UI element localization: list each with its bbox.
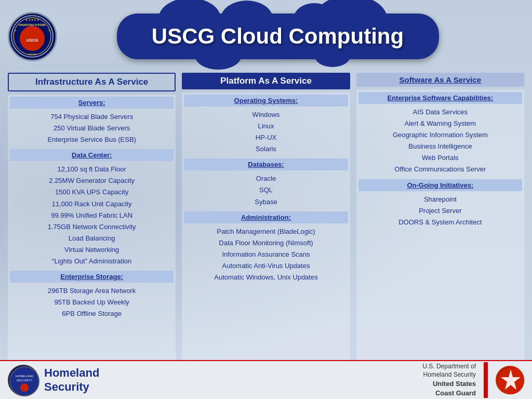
infrastructure-body: Servers: 754 Physical Blade Servers 250 …	[8, 95, 176, 374]
platform-header: Platform As A Service	[182, 73, 350, 89]
infrastructure-column: Infrastructure As A Service Servers: 754…	[8, 73, 176, 374]
svg-text:CENTER: CENTER	[28, 53, 37, 56]
datacenter-header: Data Center:	[10, 149, 174, 161]
os-header: Operating Systems:	[184, 95, 348, 107]
enterprise-header: Enterprise Software Capabilities:	[358, 92, 522, 104]
footer-right: U.S. Department of Homeland Security Uni…	[422, 362, 524, 398]
svg-point-12	[20, 383, 29, 392]
initiatives-header: On-Going Initiatives:	[358, 179, 522, 191]
datacenter-list: 12,100 sq ft Data Floor 2.25MW Generator…	[10, 164, 174, 267]
admin-list: Patch Management (BladeLogic) Data Floor…	[184, 226, 348, 283]
page-wrapper: ★ ★ ★ ★ ★ ★ ★ USCG OPERATIONS SYSTEMS CE…	[0, 0, 532, 399]
cloud-title-area: USCG Cloud Computing	[31, 14, 524, 59]
homeland-security-logo: HOMELAND SECURITY	[8, 365, 39, 396]
header: ★ ★ ★ ★ ★ ★ ★ USCG OPERATIONS SYSTEMS CE…	[0, 0, 532, 70]
homeland-line1: Homeland	[44, 366, 99, 380]
main-content: Infrastructure As A Service Servers: 754…	[0, 70, 532, 377]
servers-header: Servers:	[10, 97, 174, 109]
dept-text: U.S. Department of Homeland Security Uni…	[422, 362, 476, 398]
storage-list: 296TB Storage Area Network 95TB Backed U…	[10, 285, 174, 320]
os-list: Windows Linux HP-UX Solaris	[184, 109, 348, 155]
uscg-logo: ★ ★ ★ ★ ★ ★ ★ USCG OPERATIONS SYSTEMS CE…	[8, 12, 57, 61]
coast-guard-emblem	[496, 366, 524, 394]
svg-text:HOMELAND: HOMELAND	[16, 375, 34, 378]
svg-text:★: ★	[15, 29, 17, 32]
dept-line2: Homeland Security	[422, 370, 476, 379]
db-header: Databases:	[184, 158, 348, 170]
cloud-shape: USCG Cloud Computing	[117, 14, 439, 59]
red-divider	[484, 362, 488, 398]
dept-line1: U.S. Department of	[422, 362, 476, 371]
servers-list: 754 Physical Blade Servers 250 Virtual B…	[10, 111, 174, 145]
software-body: Enterprise Software Capabilities: AIS Da…	[356, 90, 524, 374]
storage-header: Enterprise Storage:	[10, 271, 174, 283]
enterprise-list: AIS Data Services Alert & Warning System…	[358, 107, 522, 176]
homeland-line2: Security	[44, 380, 99, 394]
footer-left: HOMELAND SECURITY Homeland Security	[8, 365, 99, 396]
svg-text:★: ★	[48, 29, 50, 32]
infrastructure-header: Infrastructure As A Service	[8, 73, 176, 91]
db-list: Oracle SQL Sybase	[184, 173, 348, 207]
software-header: Software As A Service	[356, 73, 524, 87]
homeland-text: Homeland Security	[44, 366, 99, 394]
platform-column: Platform As A Service Operating Systems:…	[182, 73, 350, 374]
svg-text:★ ★ ★ ★ ★: ★ ★ ★ ★ ★	[25, 18, 39, 21]
software-column: Software As A Service Enterprise Softwar…	[356, 73, 524, 374]
initiatives-list: Sharepoint Project Server DOORS & System…	[358, 194, 522, 228]
svg-text:SECURITY: SECURITY	[17, 379, 32, 382]
dept-line3: United States	[422, 379, 476, 389]
admin-header: Administration:	[184, 211, 348, 223]
platform-body: Operating Systems: Windows Linux HP-UX S…	[182, 92, 350, 374]
dept-line4: Coast Guard	[422, 389, 476, 398]
svg-text:OPERATIONS SYSTEMS: OPERATIONS SYSTEMS	[19, 24, 46, 26]
svg-text:USCG: USCG	[26, 38, 38, 43]
page-title: USCG Cloud Computing	[152, 24, 404, 48]
footer: HOMELAND SECURITY Homeland Security U.S.…	[0, 360, 532, 399]
